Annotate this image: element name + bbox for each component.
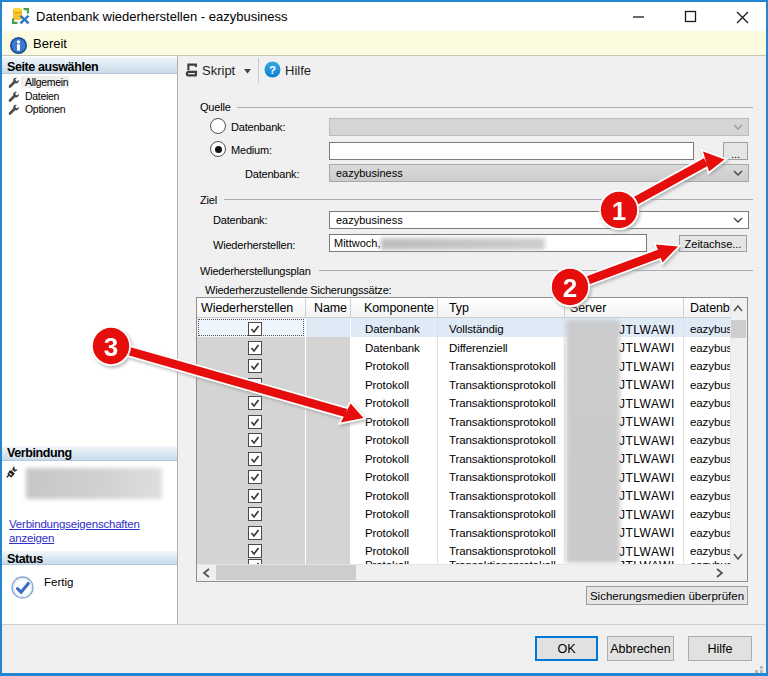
svg-text:?: ? (269, 64, 276, 76)
